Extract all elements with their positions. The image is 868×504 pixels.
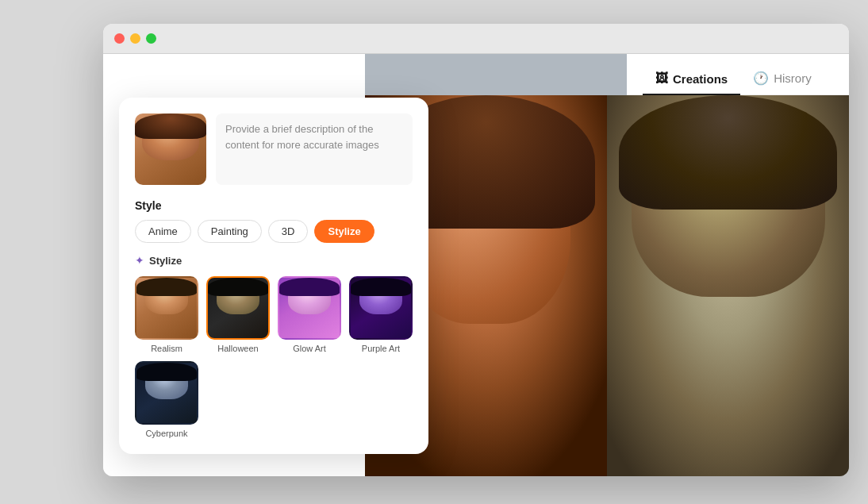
stylize-header: ✦ Stylize (135, 254, 413, 267)
style-thumb-cyberpunk (135, 361, 198, 425)
description-input[interactable]: Provide a brief description of the conte… (216, 113, 413, 185)
style-thumb-glow (278, 276, 341, 340)
tab-creations-label: Creations (673, 72, 728, 86)
style-buttons-group: Anime Painting 3D Stylize (135, 220, 413, 243)
tab-creations[interactable]: 🖼 Creations (643, 63, 740, 95)
style-section-label: Style (135, 199, 413, 212)
style-name-cyberpunk: Cyberpunk (145, 429, 187, 438)
styled-photo (607, 95, 849, 476)
tabs-bar: 🖼 Creations 🕐 Hisrory (627, 54, 849, 95)
style-btn-3d[interactable]: 3D (268, 220, 309, 243)
style-item-purple-art[interactable]: Purple Art (349, 276, 413, 353)
creations-icon: 🖼 (655, 71, 668, 86)
style-item-realism[interactable]: Realism (135, 276, 198, 353)
style-item-cyberpunk[interactable]: Cyberpunk (135, 361, 198, 438)
style-name-realism: Realism (151, 344, 182, 353)
scene: 🖼 Creations 🕐 Hisrory (0, 0, 868, 504)
user-photo-thumbnail[interactable] (135, 113, 206, 185)
style-btn-stylize[interactable]: Stylize (314, 220, 374, 243)
style-name-halloween: Halloween (217, 344, 258, 353)
style-item-glow-art[interactable]: Glow Art (278, 276, 341, 353)
style-thumb-realism (135, 276, 198, 340)
tab-history-label: Hisrory (774, 71, 812, 85)
browser-window: 🖼 Creations 🕐 Hisrory (103, 24, 849, 476)
browser-titlebar (103, 24, 849, 54)
split-image (365, 95, 849, 476)
style-btn-painting[interactable]: Painting (198, 220, 262, 243)
image-area: 🖼 Creations 🕐 Hisrory (365, 54, 849, 476)
stylize-label: Stylize (149, 255, 182, 267)
style-name-purple-art: Purple Art (362, 344, 400, 353)
floating-card: Provide a brief description of the conte… (119, 98, 428, 454)
face-right-visual (607, 95, 849, 476)
tab-history[interactable]: 🕐 Hisrory (740, 63, 824, 95)
history-icon: 🕐 (753, 71, 769, 86)
style-grid-row1: Realism Halloween Glow Art Purple Art (135, 276, 413, 353)
photo-section: Provide a brief description of the conte… (135, 113, 413, 185)
close-button[interactable] (114, 33, 125, 44)
style-thumb-purple (349, 276, 413, 340)
style-name-glow-art: Glow Art (293, 344, 326, 353)
style-thumb-halloween (206, 276, 270, 340)
browser-content: 🖼 Creations 🕐 Hisrory (103, 54, 849, 476)
maximize-button[interactable] (146, 33, 156, 44)
style-btn-anime[interactable]: Anime (135, 220, 191, 243)
style-item-halloween[interactable]: Halloween (206, 276, 270, 353)
stylize-star-icon: ✦ (135, 254, 144, 267)
style-grid-row2: Cyberpunk (135, 361, 413, 438)
minimize-button[interactable] (130, 33, 140, 44)
